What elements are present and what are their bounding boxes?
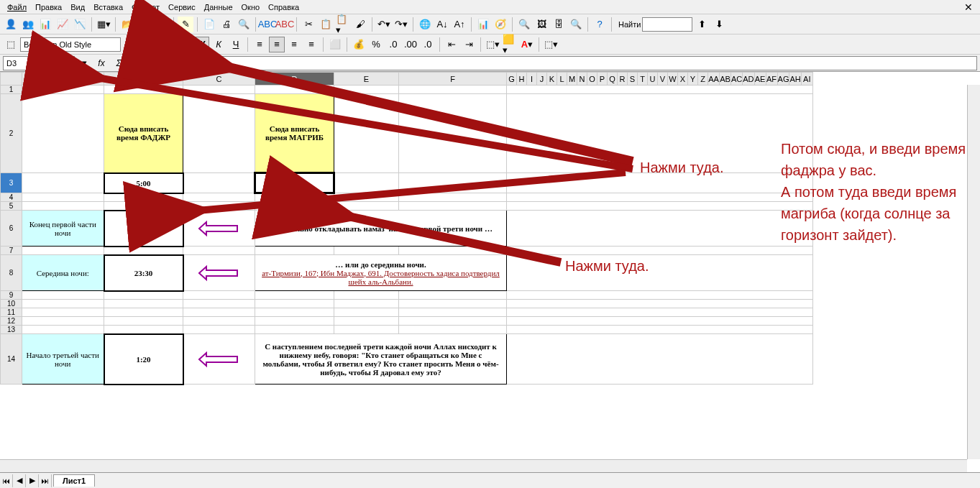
save-as-icon[interactable]: 📋 [154, 17, 170, 32]
tab-next-icon[interactable]: ▶ [26, 474, 39, 487]
find-next-icon[interactable]: ⬇ [711, 17, 727, 32]
copy-icon[interactable]: 📋 [318, 17, 334, 32]
function-wizard-icon[interactable]: fx [93, 56, 109, 70]
cell-b3[interactable]: 5:00 [104, 173, 183, 193]
chart2-icon[interactable]: 📈 [55, 17, 70, 32]
cell-b2[interactable]: Сюда вписать время ФАДЖР [104, 94, 183, 173]
styles-icon[interactable]: ⬚ [3, 37, 19, 52]
table-icon[interactable]: ▦▾ [96, 17, 111, 32]
save-icon[interactable]: 💾 [137, 17, 152, 32]
spellcheck-icon[interactable]: ABC [260, 17, 275, 32]
borders-icon[interactable]: ⬚▾ [485, 37, 500, 52]
menu-window[interactable]: Окно [237, 1, 265, 13]
tab-prev-icon[interactable]: ◀ [13, 474, 26, 487]
menu-file[interactable]: Файл [3, 1, 31, 13]
undo-icon[interactable]: ↶▾ [376, 17, 392, 32]
italic-button[interactable]: К [211, 37, 226, 52]
font-name-input[interactable] [20, 37, 121, 52]
format-toolbar: ⬚ ▾ ▾ Ж К Ч ≡ ≡ ≡ ≡ ⬜ 💰 % .0 .00 .0 ⇤ ⇥ … [0, 34, 980, 55]
hyperlink-icon[interactable]: 🌐 [417, 17, 433, 32]
chart-insert-icon[interactable]: 📊 [475, 17, 491, 32]
size-dropdown-icon[interactable]: ▾ [170, 37, 186, 52]
cell-a6[interactable]: Конец первой части ночи [22, 211, 104, 247]
tab-first-icon[interactable]: ⏮ [0, 474, 13, 487]
add-decimal-icon[interactable]: .00 [403, 37, 418, 52]
format-paintbrush-icon[interactable]: 🖌 [352, 17, 368, 32]
equals-icon[interactable]: = [128, 56, 144, 70]
chart3-icon[interactable]: 📉 [72, 17, 88, 32]
edit-icon[interactable]: ✎ [178, 17, 193, 32]
bgcolor-icon[interactable]: 🟨▾ [502, 37, 518, 52]
find-input[interactable] [642, 17, 692, 32]
menu-tools[interactable]: Сервис [164, 1, 200, 13]
percent-icon[interactable]: % [368, 37, 384, 52]
cell-a14[interactable]: Начало третьей части ночи [22, 334, 104, 385]
formula-input[interactable] [145, 56, 977, 70]
cell-reference-input[interactable] [3, 56, 75, 70]
cell-d2[interactable]: Сюда вписать время МАГРИБ [255, 94, 334, 173]
tab-last-icon[interactable]: ⏭ [39, 474, 52, 487]
paste-icon[interactable]: 📋▾ [335, 17, 351, 32]
increase-indent-icon[interactable]: ⇥ [461, 37, 477, 52]
datasource-icon[interactable]: 🗄 [551, 17, 567, 32]
redo-icon[interactable]: ↷▾ [393, 17, 409, 32]
sheet-tabs: ⏮ ◀ ▶ ⏭ Лист1 [0, 472, 980, 488]
open-icon[interactable]: 📂 [119, 17, 135, 32]
close-icon[interactable]: ✕ [960, 0, 977, 14]
main-toolbar: 👤 👥 📊 📈 📉 ▦▾ 📂 💾 📋 ✎ 📄 🖨 🔍 ABC ABC ✂ 📋 📋… [0, 14, 980, 34]
chart-icon[interactable]: 📊 [37, 17, 53, 32]
print-icon[interactable]: 🖨 [219, 17, 234, 32]
cell-b8[interactable]: 23:30 [104, 255, 183, 291]
find-prev-icon[interactable]: ⬆ [694, 17, 710, 32]
fontcolor-icon[interactable]: A▾ [519, 37, 535, 52]
menu-insert[interactable]: Вставка [89, 1, 127, 13]
export-pdf-icon[interactable]: 📄 [201, 17, 217, 32]
sheet-tab-1[interactable]: Лист1 [53, 474, 95, 487]
cell-f6[interactable]: Желательно откладывать намаз 'иша до пер… [255, 211, 507, 247]
gallery-icon[interactable]: 🖼 [533, 17, 549, 32]
align-justify-icon[interactable]: ≡ [303, 37, 319, 52]
font-dropdown-icon[interactable]: ▾ [122, 37, 138, 52]
navigator-icon[interactable]: 🧭 [493, 17, 508, 32]
currency-icon[interactable]: 💰 [351, 37, 367, 52]
align-right-icon[interactable]: ≡ [286, 37, 302, 52]
grid[interactable]: A B C D E F G H I J K L M N O P Q R S T … [0, 72, 813, 385]
sum-icon[interactable]: Σ [111, 56, 127, 70]
decrease-indent-icon[interactable]: ⇤ [444, 37, 459, 52]
cell-b14[interactable]: 1:20 [104, 334, 183, 385]
menu-data[interactable]: Данные [200, 1, 237, 13]
sort-asc-icon[interactable]: A↓ [434, 17, 450, 32]
arrow-icon [183, 334, 255, 385]
merge-cells-icon[interactable]: ⬜ [327, 37, 343, 52]
menu-bar: Файл Правка Вид Вставка Формат Сервис Да… [0, 0, 980, 14]
cellref-dropdown-icon[interactable]: ▾ [76, 55, 92, 71]
menu-view[interactable]: Вид [66, 1, 89, 13]
number-format-icon[interactable]: .0 [385, 37, 401, 52]
zoom-icon[interactable]: 🔍 [568, 17, 584, 32]
align-center-icon[interactable]: ≡ [269, 37, 285, 52]
autocheck-icon[interactable]: ABC [277, 17, 293, 32]
cell-f14[interactable]: С наступлением последней трети каждой но… [255, 334, 507, 385]
font-size-input[interactable] [139, 37, 168, 52]
cut-icon[interactable]: ✂ [301, 17, 316, 32]
sort-desc-icon[interactable]: A↑ [452, 17, 467, 32]
cell-b6[interactable]: 21:40 [104, 211, 183, 247]
vertical-scrollbar[interactable] [967, 85, 980, 459]
menu-format[interactable]: Формат [127, 1, 164, 13]
horizontal-scrollbar[interactable] [0, 459, 967, 472]
find-icon[interactable]: 🔍 [516, 17, 532, 32]
underline-button[interactable]: Ч [228, 37, 244, 52]
menu-help[interactable]: Справка [264, 1, 303, 13]
align-left-icon[interactable]: ≡ [252, 37, 267, 52]
menu-edit[interactable]: Правка [31, 1, 66, 13]
remove-decimal-icon[interactable]: .0 [420, 37, 436, 52]
insert-image-icon[interactable]: 👤 [3, 17, 19, 32]
preview-icon[interactable]: 🔍 [236, 17, 252, 32]
insert-images-icon[interactable]: 👥 [20, 17, 36, 32]
cell-f8[interactable]: … или до середины ночи.ат-Тирмизи, 167; … [255, 255, 507, 291]
help-icon[interactable]: ? [592, 17, 608, 32]
extra-icon[interactable]: ⬚▾ [543, 37, 559, 52]
bold-button[interactable]: Ж [193, 37, 209, 52]
cell-a8[interactable]: Середина ночи: [22, 255, 104, 291]
cell-d3[interactable]: 18:00 [255, 173, 334, 193]
